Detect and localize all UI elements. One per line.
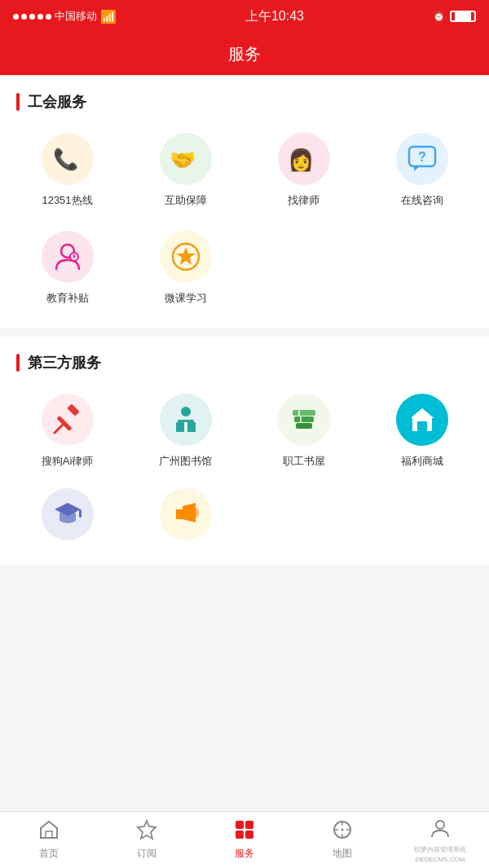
welfare-icon: [406, 403, 438, 436]
mutual-icon-circle: 🤝: [160, 133, 212, 185]
page-header: 服务: [0, 33, 489, 75]
svg-rect-18: [293, 410, 315, 416]
hotline-icon: 📞: [53, 144, 82, 174]
bookstore-icon-circle: [278, 394, 330, 446]
main-content: 工会服务 📞 12351热线 🤝 互助保障: [0, 76, 489, 565]
svg-marker-25: [411, 408, 434, 418]
svg-rect-14: [178, 420, 194, 422]
welfare-icon-circle: [396, 394, 448, 446]
svg-text:👩: 👩: [288, 147, 315, 173]
third-party-grid: 搜狗Ai律师 广州图书馆: [0, 386, 489, 480]
union-services-grid: 📞 12351热线 🤝 互助保障 👩: [0, 125, 489, 320]
map-nav-label: 地图: [333, 847, 352, 861]
svg-text:📞: 📞: [53, 147, 79, 172]
lawyer-icon-circle: 👩: [278, 133, 330, 185]
title-bar-accent-2: [16, 354, 20, 372]
svg-point-28: [192, 508, 199, 518]
svg-rect-30: [46, 831, 52, 838]
status-left: 中国移动 📶: [13, 9, 117, 24]
consult-icon-circle: ?: [396, 133, 448, 185]
service-item-consult[interactable]: ? 在线咨询: [363, 125, 481, 223]
service-item-micro[interactable]: 微课学习: [126, 223, 244, 320]
home-nav-icon: [38, 819, 59, 844]
lawyer-icon: 👩: [288, 143, 320, 175]
nav-item-service[interactable]: 服务: [196, 812, 293, 868]
wifi-icon: 📶: [100, 9, 117, 24]
compass-nav-icon: [332, 819, 353, 844]
svg-text:?: ?: [418, 150, 426, 164]
watermark-area: 织梦内容管理系统 DEDECMS.COM: [414, 845, 466, 863]
subscribe-nav-label: 订阅: [137, 847, 156, 861]
partial-row: [0, 480, 489, 557]
micro-icon-circle: [160, 231, 212, 283]
service-item-mutual[interactable]: 🤝 互助保障: [126, 125, 244, 223]
svg-point-37: [341, 829, 344, 831]
library-label: 广州图书馆: [159, 454, 212, 469]
partial-icon-1: [42, 488, 94, 540]
service-nav-label: 服务: [235, 847, 254, 861]
svg-point-13: [181, 407, 191, 416]
svg-rect-20: [296, 423, 312, 429]
alarm-icon: ⏰: [433, 11, 445, 22]
service-item-hotline[interactable]: 📞 12351热线: [8, 125, 126, 223]
service-item-library[interactable]: 广州图书馆: [126, 386, 244, 480]
svg-marker-9: [176, 247, 196, 265]
sougou-icon: [51, 403, 84, 436]
hotline-label: 12351热线: [42, 193, 92, 208]
education-label: 教育补贴: [46, 291, 89, 306]
service-item-lawyer[interactable]: 👩 找律师: [244, 125, 363, 223]
service-item-bookstore[interactable]: 职工书屋: [244, 386, 363, 480]
partial-item-1[interactable]: [8, 488, 126, 557]
education-icon: ¥: [51, 240, 84, 273]
bottom-nav: 首页 订阅 服务: [0, 811, 489, 868]
title-bar-accent: [16, 93, 20, 111]
service-item-education[interactable]: ¥ 教育补贴: [8, 223, 126, 320]
nav-item-more[interactable]: 织梦内容管理系统 DEDECMS.COM: [391, 812, 489, 868]
lawyer-label: 找律师: [288, 193, 319, 208]
battery-icon: [450, 11, 476, 22]
svg-point-42: [436, 821, 444, 829]
service-item-welfare[interactable]: 福利商城: [363, 386, 481, 480]
library-icon: [170, 403, 202, 436]
home-nav-label: 首页: [39, 847, 59, 861]
svg-rect-27: [79, 509, 82, 518]
education-icon-circle: ¥: [42, 231, 94, 283]
micro-icon: [170, 240, 202, 273]
svg-rect-32: [236, 821, 244, 829]
carrier-label: 中国移动: [55, 9, 97, 24]
svg-rect-33: [245, 821, 253, 829]
sougou-label: 搜狗Ai律师: [42, 454, 94, 469]
person-nav-icon: [430, 817, 451, 842]
svg-text:🤝: 🤝: [170, 147, 196, 173]
mutual-icon: 🤝: [170, 143, 202, 175]
partial-icon-2: [160, 488, 212, 540]
svg-rect-35: [245, 831, 253, 839]
page-title: 服务: [228, 43, 261, 65]
svg-rect-16: [187, 422, 196, 432]
status-bar: 中国移动 📶 上午10:43 ⏰: [0, 0, 489, 33]
library-icon-circle: [160, 394, 212, 446]
nav-item-map[interactable]: 地图: [293, 812, 391, 868]
union-services-section: 工会服务 📞 12351热线 🤝 互助保障: [0, 76, 489, 328]
svg-text:¥: ¥: [73, 253, 76, 259]
bookstore-icon: [288, 403, 320, 436]
bookstore-label: 职工书屋: [283, 454, 325, 469]
service-item-sougou[interactable]: 搜狗Ai律师: [8, 386, 126, 480]
third-party-section: 第三方服务 搜狗Ai律师: [0, 337, 489, 565]
svg-rect-34: [236, 831, 244, 839]
welfare-label: 福利商城: [401, 454, 443, 469]
svg-rect-10: [67, 403, 80, 416]
partial-item-2[interactable]: [126, 488, 244, 557]
nav-item-subscribe[interactable]: 订阅: [98, 812, 196, 868]
nav-item-home[interactable]: 首页: [0, 812, 98, 868]
mutual-label: 互助保障: [165, 193, 207, 208]
consult-icon: ?: [406, 143, 438, 175]
svg-marker-29: [41, 822, 57, 838]
svg-rect-19: [294, 416, 314, 422]
micro-label: 微课学习: [165, 291, 207, 306]
education-cap-icon: [51, 498, 84, 531]
hotline-icon-circle: 📞: [42, 133, 94, 185]
sougou-icon-circle: [42, 394, 94, 446]
union-services-title: 工会服务: [0, 92, 489, 125]
announcement-icon: [170, 498, 202, 531]
